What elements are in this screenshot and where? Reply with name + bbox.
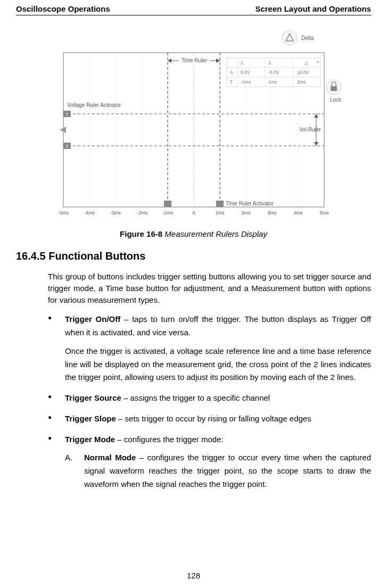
page-header: Oscilloscope Operations Screen Layout an… <box>16 0 371 13</box>
svg-text:2: 2 <box>65 144 68 148</box>
bullet-list: Trigger On/Off – taps to turn on/off the… <box>48 313 371 491</box>
svg-rect-59 <box>331 86 337 91</box>
svg-rect-26 <box>164 201 171 207</box>
header-left: Oscilloscope Operations <box>16 4 110 13</box>
svg-text:4ms: 4ms <box>293 210 303 216</box>
svg-text:×: × <box>316 59 319 65</box>
figure-caption: Figure 16-8 Measurement Rulers Display <box>16 229 371 238</box>
svg-text:2.: 2. <box>268 60 272 65</box>
vol-ruler-label: Vol.Ruler <box>299 127 321 132</box>
svg-marker-24 <box>314 114 318 118</box>
lock-label: Lock <box>330 97 342 103</box>
item-text: – sets trigger to occur by rising or fal… <box>116 414 311 423</box>
sub-list: A. Normal Mode – configures the trigger … <box>65 451 371 491</box>
svg-text:5.0V: 5.0V <box>241 70 250 75</box>
item-text: – assigns the trigger to a specific chan… <box>121 393 270 402</box>
item-followup: Once the trigger is activated, a voltage… <box>65 345 371 384</box>
list-item: Trigger On/Off – taps to turn on/off the… <box>48 313 371 384</box>
item-title: Trigger Mode <box>65 435 115 444</box>
svg-marker-22 <box>60 127 66 133</box>
data-table: 1. 2. △ A 5.0V -5.0V 10.0V T -1ms 1ms 2m… <box>227 58 320 87</box>
list-item: Trigger Mode – configures the trigger mo… <box>48 433 371 491</box>
section-heading: 16.4.5 Functional Buttons <box>16 250 371 262</box>
list-item: Trigger Source – assigns the trigger to … <box>48 392 371 405</box>
oscilloscope-figure: Time Ruler 1 2 Voltage Ruler Activator V… <box>45 26 343 223</box>
time-ruler-label: Time Ruler <box>181 57 207 63</box>
header-right: Screen Layout and Operations <box>255 4 371 13</box>
svg-text:5ms: 5ms <box>319 210 329 216</box>
svg-text:- 2ms: - 2ms <box>135 210 147 216</box>
time-ruler-activator-label: Time Ruler Activator <box>226 201 274 206</box>
svg-text:△: △ <box>304 60 308 65</box>
svg-text:10.0V: 10.0V <box>297 70 309 75</box>
intro-paragraph: This group of buttons includes trigger s… <box>48 271 371 305</box>
svg-text:-1ms: -1ms <box>162 210 173 216</box>
svg-text:A: A <box>230 70 233 75</box>
svg-text:-3ms: -3ms <box>110 210 121 216</box>
svg-text:-5.0V: -5.0V <box>268 70 279 75</box>
svg-rect-27 <box>216 201 224 207</box>
svg-text:1ms: 1ms <box>268 79 277 85</box>
sub-item-letter: A. <box>65 451 72 465</box>
figure-container: Time Ruler 1 2 Voltage Ruler Activator V… <box>16 26 371 223</box>
svg-text:3ms: 3ms <box>267 210 277 216</box>
item-title: Trigger On/Off <box>65 314 120 324</box>
item-title: Trigger Slope <box>65 414 116 423</box>
figure-caption-text: Measurement Rulers Display <box>162 229 267 238</box>
svg-marker-25 <box>314 142 318 146</box>
svg-marker-14 <box>216 59 220 63</box>
header-divider <box>16 15 371 15</box>
svg-text:0: 0 <box>192 210 195 216</box>
sub-list-item: A. Normal Mode – configures the trigger … <box>65 451 371 491</box>
svg-text:2ms: 2ms <box>297 79 306 85</box>
svg-text:1: 1 <box>65 112 68 117</box>
item-text: – configures the trigger mode: <box>115 435 223 444</box>
svg-point-57 <box>282 30 297 45</box>
page-number: 128 <box>0 571 387 580</box>
svg-marker-13 <box>168 59 171 63</box>
svg-text:2ms: 2ms <box>241 210 251 216</box>
sub-item-title: Normal Mode <box>84 453 136 462</box>
svg-text:T: T <box>230 79 233 85</box>
svg-text:1ms: 1ms <box>215 210 225 216</box>
voltage-ruler-activator-label: Voltage Ruler Activator <box>67 102 121 108</box>
svg-text:-4ms: -4ms <box>84 210 95 216</box>
svg-text:-5ms: -5ms <box>58 210 69 216</box>
item-title: Trigger Source <box>65 393 121 402</box>
svg-text:1.: 1. <box>241 60 244 65</box>
svg-text:-1ms: -1ms <box>241 79 251 85</box>
delta-label: Delta <box>301 35 314 41</box>
list-item: Trigger Slope – sets trigger to occur by… <box>48 412 371 426</box>
figure-caption-label: Figure 16-8 <box>120 229 162 238</box>
